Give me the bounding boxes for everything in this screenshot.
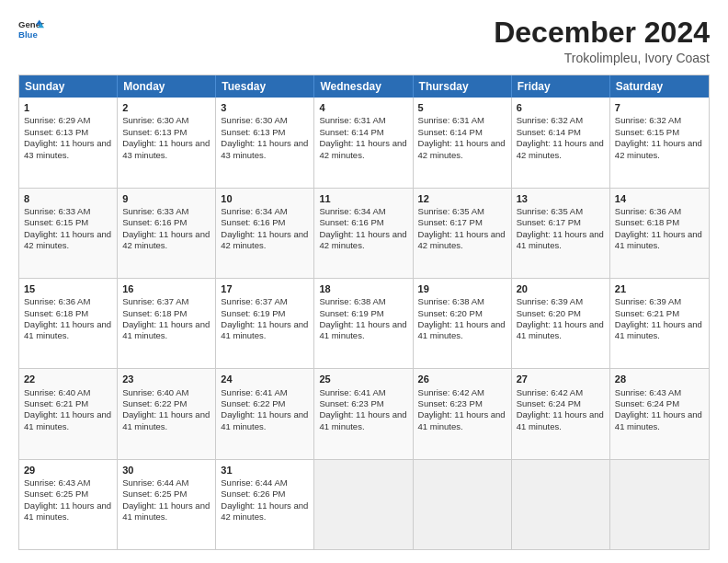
calendar-day-cell: 12Sunrise: 6:35 AMSunset: 6:17 PMDayligh… <box>414 189 512 278</box>
day-number: 27 <box>517 373 605 385</box>
daylight-text: Daylight: 11 hours and 41 minutes. <box>319 409 406 431</box>
daylight-text: Daylight: 11 hours and 42 minutes. <box>221 500 308 522</box>
sunset-text: Sunset: 6:18 PM <box>615 217 679 227</box>
calendar: SundayMondayTuesdayWednesdayThursdayFrid… <box>18 75 710 550</box>
calendar-day-cell: 8Sunrise: 6:33 AMSunset: 6:15 PMDaylight… <box>19 189 118 278</box>
day-number: 20 <box>517 282 605 295</box>
sunrise-text: Sunrise: 6:39 AM <box>517 296 583 306</box>
general-blue-icon: General Blue <box>18 17 44 42</box>
daylight-text: Daylight: 11 hours and 41 minutes. <box>517 409 604 431</box>
sunrise-text: Sunrise: 6:34 AM <box>221 206 287 216</box>
calendar-day-cell: 26Sunrise: 6:42 AMSunset: 6:23 PMDayligh… <box>414 369 512 458</box>
sunrise-text: Sunrise: 6:44 AM <box>221 477 287 488</box>
daylight-text: Daylight: 11 hours and 41 minutes. <box>615 229 702 250</box>
sunset-text: Sunset: 6:13 PM <box>221 127 285 137</box>
daylight-text: Daylight: 11 hours and 42 minutes. <box>122 229 210 250</box>
daylight-text: Daylight: 11 hours and 41 minutes. <box>24 319 111 340</box>
calendar-header: SundayMondayTuesdayWednesdayThursdayFrid… <box>19 75 709 98</box>
calendar-body: 1Sunrise: 6:29 AMSunset: 6:13 PMDaylight… <box>19 98 709 549</box>
daylight-text: Daylight: 11 hours and 41 minutes. <box>24 409 111 431</box>
sunset-text: Sunset: 6:15 PM <box>24 217 88 227</box>
title-block: December 2024 Trokolimpleu, Ivory Coast <box>494 17 710 65</box>
day-of-week-friday: Friday <box>512 75 610 98</box>
calendar-day-cell: 16Sunrise: 6:37 AMSunset: 6:18 PMDayligh… <box>118 279 216 368</box>
calendar-week-row: 22Sunrise: 6:40 AMSunset: 6:21 PMDayligh… <box>19 369 709 459</box>
day-number: 26 <box>418 373 506 385</box>
sunset-text: Sunset: 6:16 PM <box>221 217 285 227</box>
daylight-text: Daylight: 11 hours and 42 minutes. <box>24 229 111 250</box>
daylight-text: Daylight: 11 hours and 42 minutes. <box>319 138 406 159</box>
sunrise-text: Sunrise: 6:41 AM <box>319 387 385 397</box>
sunset-text: Sunset: 6:26 PM <box>221 488 285 499</box>
sunset-text: Sunset: 6:25 PM <box>122 488 187 499</box>
calendar-day-cell: 10Sunrise: 6:34 AMSunset: 6:16 PMDayligh… <box>216 189 314 278</box>
calendar-day-cell: 7Sunrise: 6:32 AMSunset: 6:15 PMDaylight… <box>610 98 709 187</box>
sunrise-text: Sunrise: 6:33 AM <box>24 206 90 216</box>
daylight-text: Daylight: 11 hours and 41 minutes. <box>24 500 111 522</box>
sunrise-text: Sunrise: 6:44 AM <box>122 477 188 488</box>
day-number: 13 <box>517 192 605 205</box>
daylight-text: Daylight: 11 hours and 41 minutes. <box>517 319 604 340</box>
day-number: 10 <box>221 192 309 205</box>
daylight-text: Daylight: 11 hours and 41 minutes. <box>418 319 506 340</box>
day-number: 2 <box>122 101 210 114</box>
sunrise-text: Sunrise: 6:40 AM <box>122 387 188 397</box>
calendar-day-cell: 21Sunrise: 6:39 AMSunset: 6:21 PMDayligh… <box>610 279 709 368</box>
sunset-text: Sunset: 6:23 PM <box>319 398 383 408</box>
sunset-text: Sunset: 6:20 PM <box>517 308 581 318</box>
day-number: 9 <box>122 192 210 205</box>
sunset-text: Sunset: 6:18 PM <box>24 308 88 318</box>
sunrise-text: Sunrise: 6:39 AM <box>615 296 681 306</box>
daylight-text: Daylight: 11 hours and 41 minutes. <box>418 409 506 431</box>
sunrise-text: Sunrise: 6:43 AM <box>615 387 681 397</box>
empty-cell <box>610 460 709 549</box>
sunset-text: Sunset: 6:15 PM <box>615 127 679 137</box>
calendar-week-row: 8Sunrise: 6:33 AMSunset: 6:15 PMDaylight… <box>19 189 709 279</box>
calendar-day-cell: 31Sunrise: 6:44 AMSunset: 6:26 PMDayligh… <box>216 460 314 549</box>
calendar-week-row: 15Sunrise: 6:36 AMSunset: 6:18 PMDayligh… <box>19 279 709 369</box>
calendar-day-cell: 27Sunrise: 6:42 AMSunset: 6:24 PMDayligh… <box>512 369 610 458</box>
calendar-day-cell: 1Sunrise: 6:29 AMSunset: 6:13 PMDaylight… <box>19 98 118 187</box>
daylight-text: Daylight: 11 hours and 42 minutes. <box>418 138 506 159</box>
daylight-text: Daylight: 11 hours and 41 minutes. <box>122 409 210 431</box>
sunset-text: Sunset: 6:16 PM <box>319 217 383 227</box>
sunset-text: Sunset: 6:13 PM <box>24 127 88 137</box>
sunset-text: Sunset: 6:19 PM <box>319 308 383 318</box>
calendar-day-cell: 28Sunrise: 6:43 AMSunset: 6:24 PMDayligh… <box>610 369 709 458</box>
calendar-day-cell: 14Sunrise: 6:36 AMSunset: 6:18 PMDayligh… <box>610 189 709 278</box>
day-number: 21 <box>615 282 704 295</box>
sunrise-text: Sunrise: 6:30 AM <box>122 115 188 125</box>
calendar-day-cell: 20Sunrise: 6:39 AMSunset: 6:20 PMDayligh… <box>512 279 610 368</box>
daylight-text: Daylight: 11 hours and 42 minutes. <box>319 229 406 250</box>
day-number: 17 <box>221 282 309 295</box>
calendar-day-cell: 11Sunrise: 6:34 AMSunset: 6:16 PMDayligh… <box>314 189 413 278</box>
sunrise-text: Sunrise: 6:32 AM <box>615 115 681 125</box>
calendar-day-cell: 17Sunrise: 6:37 AMSunset: 6:19 PMDayligh… <box>216 279 314 368</box>
sunset-text: Sunset: 6:21 PM <box>615 308 679 318</box>
sunset-text: Sunset: 6:16 PM <box>122 217 187 227</box>
sunrise-text: Sunrise: 6:30 AM <box>221 115 287 125</box>
daylight-text: Daylight: 11 hours and 41 minutes. <box>122 500 210 522</box>
day-number: 29 <box>24 464 112 477</box>
sunrise-text: Sunrise: 6:33 AM <box>122 206 188 216</box>
sunrise-text: Sunrise: 6:29 AM <box>24 115 90 125</box>
daylight-text: Daylight: 11 hours and 42 minutes. <box>418 229 506 250</box>
daylight-text: Daylight: 11 hours and 41 minutes. <box>615 319 702 340</box>
sunrise-text: Sunrise: 6:37 AM <box>221 296 287 306</box>
sunset-text: Sunset: 6:17 PM <box>418 217 483 227</box>
daylight-text: Daylight: 11 hours and 41 minutes. <box>517 229 604 250</box>
calendar-day-cell: 2Sunrise: 6:30 AMSunset: 6:13 PMDaylight… <box>118 98 216 187</box>
sunset-text: Sunset: 6:13 PM <box>122 127 187 137</box>
daylight-text: Daylight: 11 hours and 42 minutes. <box>615 138 702 159</box>
page: General Blue December 2024 Trokolimpleu,… <box>0 0 728 563</box>
sunset-text: Sunset: 6:25 PM <box>24 488 88 499</box>
sunrise-text: Sunrise: 6:43 AM <box>24 477 90 488</box>
sunrise-text: Sunrise: 6:36 AM <box>24 296 90 306</box>
day-number: 25 <box>319 373 407 385</box>
day-of-week-tuesday: Tuesday <box>216 75 314 98</box>
sunrise-text: Sunrise: 6:35 AM <box>517 206 583 216</box>
sunrise-text: Sunrise: 6:34 AM <box>319 206 385 216</box>
sunrise-text: Sunrise: 6:31 AM <box>319 115 385 125</box>
daylight-text: Daylight: 11 hours and 42 minutes. <box>221 229 308 250</box>
calendar-day-cell: 6Sunrise: 6:32 AMSunset: 6:14 PMDaylight… <box>512 98 610 187</box>
